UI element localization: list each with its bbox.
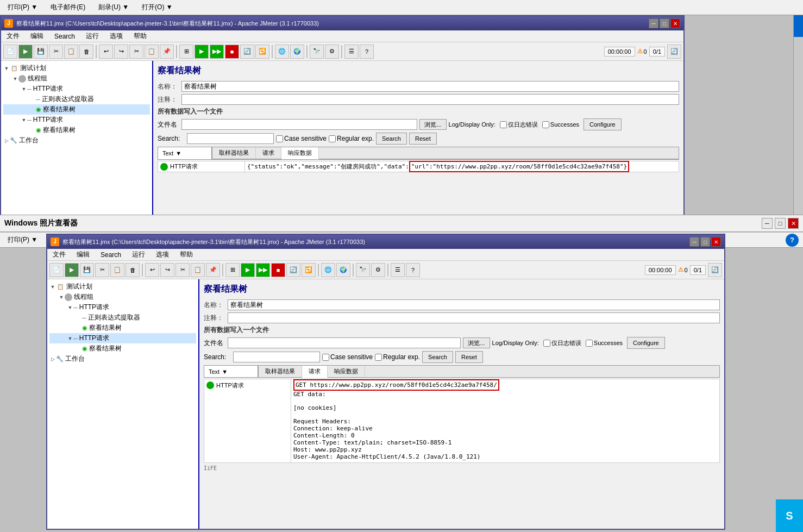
tab-response-bg[interactable]: 响应数据 — [281, 147, 319, 159]
tb-save-fg[interactable]: 💾 — [80, 263, 94, 277]
tb-binoculars-fg[interactable]: 🔭 — [356, 263, 370, 277]
tree-item-4-fg[interactable]: ◉ 察看结果树 — [49, 323, 196, 333]
tab-sampler-fg[interactable]: 取样器结果 — [259, 366, 302, 377]
case-check-bg[interactable] — [276, 135, 283, 142]
filename-input-fg[interactable] — [228, 337, 461, 348]
tb-cut2-bg[interactable]: ✂ — [129, 45, 143, 59]
tree-item-2-bg[interactable]: ▼ ─ HTTP请求 — [3, 84, 150, 94]
tb-copy2-bg[interactable]: 📋 — [145, 45, 159, 59]
tree-toggle-2-bg[interactable]: ▼ — [21, 86, 27, 92]
menu-options-bg[interactable]: 选项 — [106, 30, 126, 42]
menu-file-fg[interactable]: 文件 — [49, 249, 69, 260]
top-menu-print[interactable]: 打印(P) ▼ — [4, 2, 41, 13]
skype-icon[interactable]: S — [776, 499, 803, 532]
tb-binoculars-bg[interactable]: 🔭 — [310, 45, 324, 59]
menu-edit-fg[interactable]: 编辑 — [73, 249, 93, 260]
menu-help-bg[interactable]: 帮助 — [130, 30, 150, 42]
tb-undo-bg[interactable]: ↩ — [99, 45, 113, 59]
tb-expand-fg[interactable]: ⊞ — [225, 263, 240, 277]
tree-item-6-fg[interactable]: ◉ 察看结果树 — [49, 343, 196, 354]
tb-redo-bg[interactable]: ↪ — [114, 45, 128, 59]
close-btn-bg[interactable]: ✕ — [670, 18, 680, 28]
tree-toggle-7-bg[interactable]: ▷ — [3, 138, 10, 143]
scrollbar-thumb-bg[interactable] — [794, 15, 803, 37]
tree-item-3-bg[interactable]: ─ 正则表达式提取器 — [3, 94, 150, 104]
tree-toggle-5-fg[interactable]: ▼ — [67, 336, 73, 341]
tb-clear-bg[interactable]: 🔄 — [240, 45, 254, 59]
tb-start-no-pause-bg[interactable]: ▶▶ — [210, 45, 224, 59]
tb-copy-fg[interactable]: 📋 — [110, 263, 124, 277]
tree-toggle-1-fg[interactable]: ▼ — [58, 295, 65, 300]
tb-list-fg[interactable]: ☰ — [391, 263, 405, 277]
tb-question-bg[interactable]: ? — [360, 45, 374, 59]
tb-open-bg[interactable]: ▶ — [18, 45, 33, 59]
tb-settings-bg[interactable]: ⚙ — [325, 45, 339, 59]
tb-start-fg[interactable]: ▶ — [241, 263, 255, 277]
tb-delete-fg[interactable]: 🗑 — [126, 263, 140, 277]
close-btn-fg[interactable]: ✕ — [711, 237, 721, 247]
tab-request-fg[interactable]: 请求 — [302, 366, 328, 378]
tb-copy2-fg[interactable]: 📋 — [191, 263, 205, 277]
name-input-fg[interactable] — [228, 299, 720, 310]
tree-item-3-fg[interactable]: ─ 正则表达式提取器 — [49, 312, 196, 323]
success-check-fg[interactable] — [586, 340, 593, 347]
menu-search-bg[interactable]: Search — [51, 32, 78, 41]
top-menu-email[interactable]: 电子邮件(E) — [47, 2, 89, 13]
tree-toggle-2-fg[interactable]: ▼ — [67, 305, 73, 310]
minimize-btn-bg[interactable]: ─ — [649, 18, 658, 28]
search-btn-fg[interactable]: Search — [422, 351, 453, 363]
tb-stop-fg[interactable]: ■ — [271, 263, 285, 277]
text-dropdown-bg[interactable]: Text ▼ — [158, 147, 212, 160]
tb-cut2-fg[interactable]: ✂ — [175, 263, 190, 277]
tb-remote2-fg[interactable]: 🌍 — [336, 263, 350, 277]
browse-btn-fg[interactable]: 浏览... — [463, 337, 490, 348]
tree-item-0-bg[interactable]: ▼ 📋 测试计划 — [3, 63, 150, 73]
tb-delete-bg[interactable]: 🗑 — [79, 45, 93, 59]
tb-refresh-fg[interactable]: 🔄 — [708, 263, 722, 277]
menu-file-bg[interactable]: 文件 — [3, 30, 23, 42]
pv-max-btn[interactable]: □ — [775, 218, 786, 229]
menu-edit-bg[interactable]: 编辑 — [27, 30, 47, 42]
reset-btn-bg[interactable]: Reset — [409, 133, 437, 145]
tab-sampler-bg[interactable]: 取样器结果 — [212, 147, 256, 159]
tree-item-4-bg[interactable]: ◉ 察看结果树 — [3, 104, 150, 115]
tree-item-0-fg[interactable]: ▼ 📋 测试计划 — [49, 281, 196, 292]
tree-toggle-0-fg[interactable]: ▼ — [49, 284, 56, 290]
menu-search-fg[interactable]: Search — [97, 250, 124, 260]
tb-paste-bg[interactable]: 📌 — [160, 45, 174, 59]
configure-btn-bg[interactable]: Configure — [584, 118, 622, 130]
menu-run-fg[interactable]: 运行 — [129, 249, 148, 260]
menu-help-fg[interactable]: 帮助 — [177, 249, 196, 260]
tree-toggle-5-bg[interactable]: ▼ — [21, 117, 27, 123]
tb-new-bg[interactable]: 📄 — [3, 45, 17, 59]
case-check-fg[interactable] — [322, 354, 329, 361]
tree-item-2-fg[interactable]: ▼ ─ HTTP请求 — [49, 302, 196, 312]
tb-open-fg[interactable]: ▶ — [65, 263, 79, 277]
menu-options-fg[interactable]: 选项 — [153, 249, 172, 260]
tree-item-5-fg[interactable]: ▼ ─ HTTP请求 — [49, 333, 196, 343]
tree-toggle-1-bg[interactable]: ▼ — [12, 76, 18, 82]
maximize-btn-bg[interactable]: □ — [660, 18, 669, 28]
search-input-fg[interactable] — [233, 352, 320, 362]
tb-settings-fg[interactable]: ⚙ — [371, 263, 385, 277]
minimize-btn-fg[interactable]: ─ — [689, 237, 699, 247]
tree-item-7-bg[interactable]: ▷ 🔧 工作台 — [3, 135, 150, 146]
tb-copy-bg[interactable]: 📋 — [64, 45, 78, 59]
tree-item-6-bg[interactable]: ◉ 察看结果树 — [3, 125, 150, 135]
menu-run-bg[interactable]: 运行 — [83, 30, 102, 42]
top-menu-open[interactable]: 打开(O) ▼ — [139, 2, 176, 13]
tb-remote2-bg[interactable]: 🌍 — [290, 45, 304, 59]
comment-input-bg[interactable] — [181, 94, 679, 105]
tb-paste-fg[interactable]: 📌 — [206, 263, 220, 277]
name-input-bg[interactable] — [181, 81, 679, 92]
tb-stop-bg[interactable]: ■ — [225, 45, 239, 59]
tab-response-fg[interactable]: 响应数据 — [328, 366, 365, 377]
help-btn-photo[interactable]: ? — [786, 234, 799, 247]
search-input-bg[interactable] — [187, 133, 274, 144]
tb-start-no-pause-fg[interactable]: ▶▶ — [256, 263, 270, 277]
tree-item-5-bg[interactable]: ▼ ─ HTTP请求 — [3, 115, 150, 125]
reset-btn-fg[interactable]: Reset — [455, 351, 483, 363]
regex-check-fg[interactable] — [375, 354, 382, 361]
tb-clear-fg[interactable]: 🔄 — [286, 263, 300, 277]
error-check-bg[interactable] — [500, 121, 507, 128]
